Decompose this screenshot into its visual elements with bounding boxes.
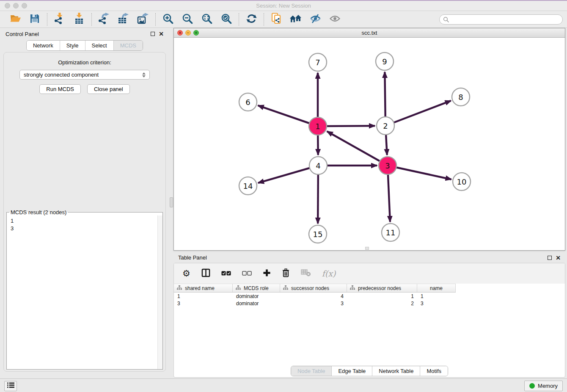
copy-current-view-button[interactable] bbox=[268, 13, 285, 26]
export-image-button[interactable] bbox=[135, 13, 151, 26]
network-canvas[interactable]: 1234678910111415 bbox=[174, 38, 565, 250]
network-minimize-icon[interactable]: − bbox=[185, 30, 191, 36]
cell-MCDS-role[interactable]: dominator bbox=[233, 301, 280, 306]
edge-2-8[interactable] bbox=[385, 101, 451, 126]
memory-button[interactable]: Memory bbox=[524, 381, 563, 391]
export-network-icon bbox=[98, 13, 110, 26]
column-header-MCDS-role[interactable]: MCDS role bbox=[233, 284, 280, 292]
column-label: shared name bbox=[185, 285, 215, 291]
show-column-button[interactable] bbox=[201, 268, 210, 279]
zoom-out-button[interactable] bbox=[179, 13, 196, 26]
close-panel-button[interactable]: Close panel bbox=[87, 84, 130, 94]
close-table-panel-icon[interactable]: ✕ bbox=[556, 256, 561, 260]
application-window: Session: New Session bbox=[0, 0, 567, 392]
tab-motifs[interactable]: Motifs bbox=[420, 366, 448, 376]
open-folder-icon bbox=[10, 14, 21, 25]
panel-splitter[interactable] bbox=[169, 28, 173, 378]
tab-node-table[interactable]: Node Table bbox=[291, 366, 332, 376]
tab-edge-table[interactable]: Edge Table bbox=[331, 366, 372, 376]
minimize-window-icon[interactable] bbox=[13, 3, 19, 8]
plus-icon bbox=[263, 269, 271, 279]
search-input[interactable] bbox=[439, 14, 563, 25]
tab-network[interactable]: Network bbox=[27, 41, 60, 50]
export-network-button[interactable] bbox=[96, 13, 113, 26]
column-label: name bbox=[430, 285, 443, 291]
save-session-button[interactable] bbox=[26, 13, 43, 26]
sort-tree-icon bbox=[177, 285, 182, 291]
tab-mcds[interactable]: MCDS bbox=[113, 41, 143, 50]
cell-successor-nodes[interactable]: 3 bbox=[280, 301, 347, 306]
import-network-button[interactable] bbox=[51, 13, 68, 26]
hide-graphics-details-button[interactable] bbox=[307, 13, 324, 26]
network-graph[interactable]: 1234678910111415 bbox=[174, 38, 565, 250]
column-header-name[interactable]: name bbox=[417, 284, 456, 292]
float-table-panel-icon[interactable] bbox=[548, 256, 552, 260]
task-history-button[interactable] bbox=[4, 381, 17, 391]
open-session-button[interactable] bbox=[7, 13, 24, 26]
function-builder-button[interactable]: f(x) bbox=[322, 269, 336, 278]
cell-shared-name[interactable]: 1 bbox=[174, 293, 233, 299]
tab-network-table[interactable]: Network Table bbox=[372, 366, 420, 376]
zoom-selected-icon bbox=[221, 13, 232, 26]
maximize-window-icon[interactable] bbox=[22, 3, 27, 8]
mcds-panel: Optimization criterion: strongly connect… bbox=[3, 52, 166, 372]
tab-select[interactable]: Select bbox=[85, 41, 113, 50]
column-header-predecessor-nodes[interactable]: predecessor nodes bbox=[347, 284, 417, 292]
graph-node-label-6: 6 bbox=[245, 98, 250, 107]
delete-table-button[interactable] bbox=[301, 269, 311, 278]
network-view-window: × − + scc.txt 1234678910111415 bbox=[173, 28, 565, 251]
session-title: Session: New Session bbox=[0, 1, 567, 11]
zoom-fit-button[interactable] bbox=[198, 13, 215, 26]
zoom-in-button[interactable] bbox=[160, 13, 176, 26]
canvas-resize-handle[interactable] bbox=[365, 247, 369, 250]
criterion-select[interactable]: strongly connected component bbox=[19, 70, 150, 80]
cell-predecessor-nodes[interactable]: 2 bbox=[347, 301, 417, 306]
home-button[interactable] bbox=[287, 13, 304, 26]
import-table-button[interactable] bbox=[71, 13, 88, 26]
cell-successor-nodes[interactable]: 4 bbox=[280, 293, 347, 299]
graph-node-label-3: 3 bbox=[385, 161, 390, 170]
deselect-all-rows-button[interactable] bbox=[242, 270, 252, 277]
network-close-icon[interactable]: × bbox=[177, 30, 183, 36]
table-tabs: Node Table Edge Table Network Table Moti… bbox=[291, 366, 448, 376]
splitter-handle[interactable] bbox=[170, 197, 173, 207]
node-table: shared nameMCDS rolesuccessor nodesprede… bbox=[174, 284, 565, 364]
table-body: 1dominator4113dominator323 bbox=[174, 293, 565, 307]
create-column-button[interactable] bbox=[263, 269, 271, 279]
column-header-shared-name[interactable]: shared name bbox=[174, 284, 233, 292]
close-window-icon[interactable] bbox=[5, 3, 10, 8]
zoom-selected-button[interactable] bbox=[218, 13, 235, 26]
network-maximize-icon[interactable]: + bbox=[193, 30, 199, 36]
table-row[interactable]: 3dominator323 bbox=[174, 300, 565, 307]
table-toolbar: ⚙ f(x) bbox=[174, 263, 565, 284]
table-options-button[interactable]: ⚙ bbox=[182, 269, 190, 278]
cell-name[interactable]: 3 bbox=[417, 301, 456, 306]
home-houses-icon bbox=[289, 14, 302, 25]
cell-predecessor-nodes[interactable]: 1 bbox=[347, 293, 417, 299]
show-graphics-details-button[interactable] bbox=[326, 13, 343, 26]
gear-icon: ⚙ bbox=[182, 269, 190, 278]
table-row[interactable]: 1dominator411 bbox=[174, 293, 565, 300]
main-toolbar bbox=[0, 11, 567, 28]
cell-name[interactable]: 1 bbox=[417, 293, 456, 299]
select-all-rows-button[interactable] bbox=[221, 270, 231, 277]
export-table-button[interactable] bbox=[115, 13, 132, 26]
edge-1-6[interactable] bbox=[258, 105, 318, 126]
run-mcds-button[interactable]: Run MCDS bbox=[39, 84, 81, 94]
network-window-titlebar[interactable]: × − + scc.txt bbox=[174, 28, 565, 38]
close-panel-icon[interactable]: ✕ bbox=[159, 32, 164, 36]
delete-columns-button[interactable] bbox=[282, 268, 290, 279]
float-panel-icon[interactable] bbox=[151, 32, 155, 36]
edge-3-1[interactable] bbox=[327, 131, 388, 166]
export-image-icon bbox=[137, 13, 149, 26]
columns-icon bbox=[201, 268, 210, 279]
result-scrollbar[interactable] bbox=[157, 215, 162, 369]
toolbar-separator bbox=[47, 13, 47, 26]
column-header-successor-nodes[interactable]: successor nodes bbox=[280, 284, 347, 292]
mcds-result-text[interactable]: 1 3 bbox=[8, 217, 161, 368]
cell-MCDS-role[interactable]: dominator bbox=[233, 293, 280, 299]
tab-style[interactable]: Style bbox=[60, 41, 85, 50]
refresh-view-button[interactable] bbox=[243, 13, 260, 26]
edge-3-10[interactable] bbox=[388, 166, 451, 179]
cell-shared-name[interactable]: 3 bbox=[174, 301, 233, 306]
